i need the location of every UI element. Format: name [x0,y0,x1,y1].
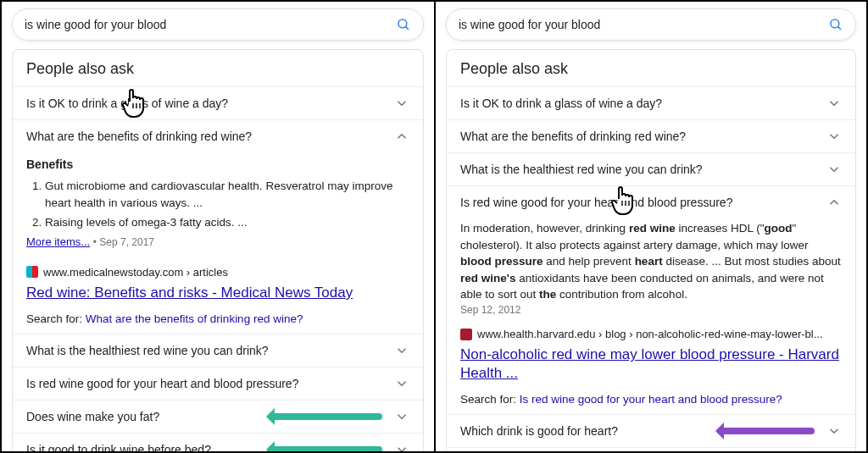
paa-question-expanded[interactable]: What are the benefits of drinking red wi… [13,119,423,152]
chevron-down-icon [394,343,409,358]
paa-question[interactable]: Is it OK to drink a glass of wine a day? [447,86,855,119]
result-url-path: www.health.harvard.edu › blog › non-alco… [477,328,823,340]
chevron-down-icon [826,96,842,111]
chevron-down-icon [394,409,409,424]
result-source: www.medicalnewstoday.com › articles [13,259,423,284]
chevron-down-icon [826,129,842,144]
paa-question-label: What is the healthiest red wine you can … [460,163,826,176]
search-icon[interactable] [828,17,843,32]
annotation-arrow-icon [268,413,382,420]
paa-question-label: Is red wine good for your heart and bloo… [460,196,826,209]
list-item: Gut microbiome and cardiovascular health… [45,178,409,211]
paa-question[interactable]: Is wine bad for blood pressure? [447,447,855,453]
svg-point-0 [398,19,407,28]
chevron-up-icon [826,195,842,210]
search-input[interactable] [459,18,828,31]
paa-question[interactable]: Is it good to drink wine before bed? [13,433,423,453]
paa-question-label: Is it OK to drink a glass of wine a day? [460,97,826,110]
paa-question[interactable]: Which drink is good for heart? [447,414,855,447]
search-input[interactable] [25,18,396,31]
favicon-icon [460,329,472,340]
panel-left: People also ask Is it OK to drink a glas… [2,2,434,451]
more-items-link[interactable]: More items... [26,235,90,248]
annotation-arrow-icon [268,446,382,453]
people-also-ask-card: People also ask Is it OK to drink a glas… [12,49,424,453]
paa-answer-body: Benefits Gut microbiome and cardiovascul… [13,152,423,259]
paa-question[interactable]: Does wine make you fat? [13,400,423,433]
paa-answer-snippet: In moderation, however, drinking red win… [447,218,855,321]
search-for-link[interactable]: Is red wine good for your heart and bloo… [520,393,782,406]
search-bar[interactable] [12,8,424,41]
chevron-down-icon [394,96,409,111]
paa-question[interactable]: Is it OK to drink a glass of wine a day? [13,86,423,119]
paa-question[interactable]: Is red wine good for your heart and bloo… [13,367,423,400]
chevron-down-icon [826,423,842,439]
chevron-up-icon [394,129,409,144]
list-item: Raising levels of omega-3 fatty acids. .… [45,214,409,231]
paa-header: People also ask [447,50,855,86]
result-url-path: www.medicalnewstoday.com › articles [43,266,228,279]
result-title-link[interactable]: Red wine: Benefits and risks - Medical N… [13,284,423,307]
panel-right: People also ask Is it OK to drink a glas… [434,2,866,451]
svg-line-1 [405,26,409,30]
paa-question[interactable]: What is the healthiest red wine you can … [447,152,855,185]
paa-question-expanded[interactable]: Is red wine good for your heart and bloo… [447,185,855,218]
result-source: www.health.harvard.edu › blog › non-alco… [447,321,855,345]
paa-question-label: What are the benefits of drinking red wi… [460,130,826,143]
benefits-heading: Benefits [26,156,409,173]
annotation-arrow-icon [717,428,815,434]
paa-question-label: Is red wine good for your heart and bloo… [26,377,394,390]
search-bar[interactable] [446,8,856,41]
chevron-down-icon [826,162,842,177]
search-icon[interactable] [396,17,411,32]
search-for-row: Search for: Is red wine good for your he… [447,388,855,414]
svg-line-6 [837,26,841,30]
paa-question-label: What are the benefits of drinking red wi… [26,130,394,143]
answer-date: • Sep 7, 2017 [93,236,154,248]
paa-question-label: Is it OK to drink a glass of wine a day? [26,97,394,110]
svg-point-5 [831,19,839,28]
people-also-ask-card: People also ask Is it OK to drink a glas… [446,49,856,453]
search-for-link[interactable]: What are the benefits of drinking red wi… [86,312,303,325]
answer-date: Sep 12, 2012 [460,303,842,318]
paa-question-label: What is the healthiest red wine you can … [26,344,394,357]
favicon-icon [26,266,38,278]
chevron-down-icon [394,376,409,391]
paa-question[interactable]: What are the benefits of drinking red wi… [447,119,855,152]
chevron-down-icon [394,442,409,453]
paa-question[interactable]: What is the healthiest red wine you can … [13,334,423,367]
paa-header: People also ask [13,50,423,86]
search-for-row: Search for: What are the benefits of dri… [13,307,423,334]
result-title-link[interactable]: Non-alcoholic red wine may lower blood p… [447,345,855,388]
